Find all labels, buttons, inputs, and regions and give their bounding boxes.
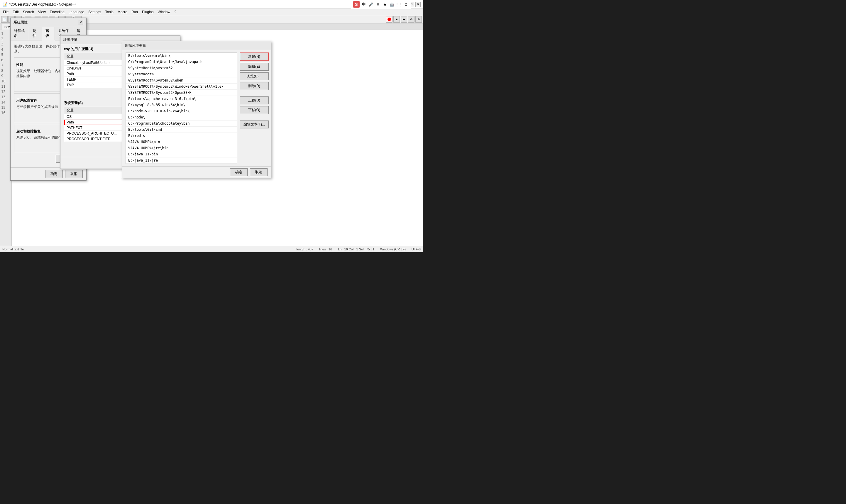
list-item[interactable]: C:\ProgramData\chocolatey\bin	[126, 121, 237, 127]
line-num: 14	[1, 100, 10, 105]
edit-env-browse-button[interactable]: 浏览(B)...	[240, 72, 269, 80]
list-item[interactable]: E:\mysql-8.0.35-winx64\bin\	[126, 102, 237, 108]
list-item[interactable]: E:\java_11\jre	[126, 158, 237, 164]
menu-settings[interactable]: Settings	[87, 10, 103, 15]
tab-hardware[interactable]: 硬件	[29, 27, 42, 40]
line-num: 9	[1, 73, 10, 78]
edit-env-edittext-button[interactable]: 编辑文本(T)...	[240, 121, 269, 128]
sys-props-ok-button[interactable]: 确定	[45, 170, 63, 178]
user-var-name: TEMP	[64, 77, 120, 83]
sys-var-name: OS	[64, 114, 120, 120]
sys-props-title-bar: 系统属性 ✕	[11, 18, 86, 27]
ime-apps-icon[interactable]: ⋮⋮	[396, 1, 402, 7]
title-bar-left: 📝 *C:\Users\xsy\Desktop\test.txt - Notep…	[2, 2, 76, 7]
menu-help[interactable]: ?	[173, 10, 178, 15]
list-item[interactable]: C:\ProgramData\Oracle\Java\javapath	[126, 59, 237, 65]
line-num: 3	[1, 42, 10, 47]
edit-env-dialog: 编辑环境变量 E:\tools\vmware\bin\ C:\ProgramDa…	[122, 41, 271, 178]
status-right: length : 487 lines : 16 Ln : 16 Col : 1 …	[297, 248, 421, 251]
sys-var-name: PROCESSOR_LEVEL	[64, 142, 120, 142]
sys-props-cancel-button[interactable]: 取消	[65, 170, 83, 178]
list-item[interactable]: E:\java_11\bin	[126, 151, 237, 158]
rec-stop[interactable]: ■	[393, 16, 400, 22]
list-item[interactable]: E:\java_1.8.0_102\jdk\bin	[126, 164, 237, 164]
ime-gear-icon[interactable]: ⚙	[403, 1, 409, 7]
sys-props-title: 系统属性	[14, 20, 28, 25]
list-item[interactable]: %SystemRoot%\System32\Wbem	[126, 77, 237, 84]
list-item[interactable]: E:\node-v20.10.0-win-x64\bin\	[126, 108, 237, 114]
rec-save[interactable]: ⊙	[408, 16, 415, 22]
ime-mic-icon[interactable]: 🎤	[368, 1, 374, 7]
menu-view[interactable]: View	[36, 10, 48, 15]
line-num: 7	[1, 63, 10, 68]
list-item[interactable]: E:\tools\vmware\bin\	[126, 53, 237, 59]
spacer	[240, 116, 269, 119]
toolbar-new[interactable]: 📄	[1, 16, 7, 22]
tab-computer-name[interactable]: 计算机名	[11, 27, 29, 40]
line-num: 10	[1, 78, 10, 84]
list-item[interactable]: %SystemRoot%\system32	[126, 65, 237, 71]
app-icon: 📝	[2, 2, 7, 7]
line-num: 15	[1, 105, 10, 110]
edit-env-cancel-button[interactable]: 取消	[250, 168, 267, 176]
sys-var-name: PROCESSOR_IDENTIFIER	[64, 136, 120, 142]
menu-search[interactable]: Search	[21, 10, 36, 15]
edit-env-new-button[interactable]: 新建(N)	[240, 53, 269, 61]
rec-play[interactable]: ▶	[401, 16, 407, 22]
rec-record[interactable]	[386, 16, 392, 22]
edit-env-movedown-button[interactable]: 下移(O)	[240, 106, 269, 114]
sys-var-name: PATHEXT	[64, 125, 120, 131]
rec-load[interactable]: ⊕	[416, 16, 422, 22]
list-item[interactable]: E:\tools\apache-maven-3.6.1\bin\	[126, 96, 237, 102]
tab-advanced[interactable]: 高级	[42, 27, 55, 40]
list-item[interactable]: E:\tools\Git\cmd	[126, 127, 237, 133]
menu-macro[interactable]: Macro	[116, 10, 129, 15]
edit-env-buttons: 新建(N) 编辑(E) 浏览(B)... 删除(D) 上移(U) 下移(O) 编…	[240, 53, 269, 164]
line-num: 16	[1, 110, 10, 115]
edit-env-ok-button[interactable]: 确定	[230, 168, 248, 176]
menu-tools[interactable]: Tools	[104, 10, 115, 15]
sys-var-name: Path	[64, 120, 120, 125]
list-item[interactable]: %JAVA_HOME%\jre\bin	[126, 145, 237, 151]
menu-run[interactable]: Run	[130, 10, 140, 15]
edit-env-edit-button[interactable]: 编辑(E)	[240, 63, 269, 71]
status-bar: Normal text file length : 487 lines : 16…	[0, 246, 423, 252]
ime-grid-icon[interactable]: ⊞	[375, 1, 381, 7]
line-num: 13	[1, 94, 10, 100]
ime-s-icon[interactable]: S	[353, 1, 360, 7]
ime-star-icon[interactable]: ★	[382, 1, 388, 7]
user-var-name: Path	[64, 71, 120, 77]
user-var-name: OneDrive	[64, 66, 120, 71]
edit-env-title-bar: 编辑环境变量	[122, 41, 271, 50]
edit-env-delete-button[interactable]: 删除(D)	[240, 82, 269, 90]
menu-edit[interactable]: Edit	[11, 10, 20, 15]
close-button[interactable]: ✕	[416, 2, 421, 7]
line-num: 5	[1, 52, 10, 57]
line-numbers: 1 2 3 4 5 6 7 8 9 10 11 12 13 14 15 16	[0, 30, 12, 246]
menu-window[interactable]: Window	[156, 10, 172, 15]
list-item[interactable]: %SystemRoot%	[126, 71, 237, 77]
menu-plugins[interactable]: Plugins	[140, 10, 155, 15]
ime-zh-icon[interactable]: 中	[361, 1, 367, 7]
sys-props-close-button[interactable]: ✕	[78, 20, 83, 25]
window-title: *C:\Users\xsy\Desktop\test.txt - Notepad…	[9, 2, 76, 6]
list-item[interactable]: %JAVA_HOME%\bin	[126, 139, 237, 145]
line-num: 6	[1, 57, 10, 63]
status-lines: lines : 16	[319, 248, 332, 251]
list-item[interactable]: E:\redis	[126, 133, 237, 139]
status-encoding: UTF-8	[411, 248, 421, 251]
ime-robot-icon[interactable]: 🤖	[389, 1, 395, 7]
edit-env-title: 编辑环境变量	[125, 43, 146, 48]
list-item[interactable]: E:\node\	[126, 114, 237, 121]
edit-env-footer: 确定 取消	[122, 166, 271, 178]
menu-file[interactable]: File	[1, 10, 10, 15]
title-bar: 📝 *C:\Users\xsy\Desktop\test.txt - Notep…	[0, 0, 423, 9]
list-item[interactable]: %SYSTEMROOT%\System32\OpenSSH\	[126, 90, 237, 96]
edit-env-list[interactable]: E:\tools\vmware\bin\ C:\ProgramData\Orac…	[126, 53, 237, 164]
list-item[interactable]: %SYSTEMROOT%\System32\WindowsPowerShell\…	[126, 84, 237, 90]
menu-encoding[interactable]: Encoding	[48, 10, 66, 15]
line-num: 11	[1, 84, 10, 89]
edit-env-moveup-button[interactable]: 上移(U)	[240, 96, 269, 104]
menu-language[interactable]: Language	[67, 10, 86, 15]
menu-bar: File Edit Search View Encoding Language …	[0, 9, 423, 15]
